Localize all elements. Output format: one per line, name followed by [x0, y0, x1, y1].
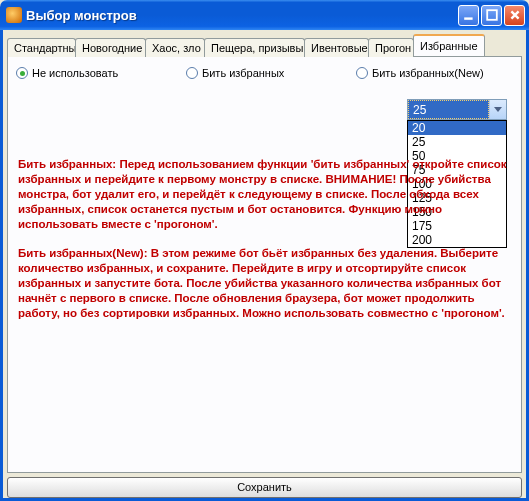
radio-label: Не использовать: [32, 67, 118, 79]
maximize-button[interactable]: [481, 5, 502, 26]
tab-standard[interactable]: Стандартные: [7, 38, 76, 57]
radio-beat-favorites-new[interactable]: Бить избранных(New): [356, 67, 484, 79]
radio-label: Бить избранных(New): [372, 67, 484, 79]
combobox-value: 25: [408, 100, 489, 119]
radio-label: Бить избранных: [202, 67, 284, 79]
radio-icon: [186, 67, 198, 79]
description-p1: Бить избранных: Перед использованием фун…: [18, 157, 511, 232]
tab-strip: Стандартные Новогодние Хаос, зло Пещера,…: [7, 34, 522, 56]
tab-page-favorites: Не использовать Бить избранных Бить избр…: [7, 56, 522, 473]
tab-chaos[interactable]: Хаос, зло: [145, 38, 205, 57]
tab-favorites[interactable]: Избранные: [413, 34, 485, 56]
tab-event[interactable]: Ивентовые: [304, 38, 369, 57]
description-text: Бить избранных: Перед использованием фун…: [18, 157, 511, 335]
save-button[interactable]: Сохранить: [7, 477, 522, 498]
radio-beat-favorites[interactable]: Бить избранных: [186, 67, 356, 79]
description-p2: Бить избранных(New): В этом режиме бот б…: [18, 246, 511, 321]
dropdown-option[interactable]: 25: [408, 135, 506, 149]
window-body: Стандартные Новогодние Хаос, зло Пещера,…: [0, 30, 529, 501]
count-combobox[interactable]: 25: [407, 99, 507, 120]
tab-newyear[interactable]: Новогодние: [75, 38, 146, 57]
tab-cave[interactable]: Пещера, призывы: [204, 38, 305, 57]
app-icon: [6, 7, 22, 23]
tab-progon[interactable]: Прогон: [368, 38, 414, 57]
dropdown-option[interactable]: 20: [408, 121, 506, 135]
chevron-down-icon[interactable]: [489, 100, 506, 119]
radio-icon: [356, 67, 368, 79]
title-bar: Выбор монстров: [0, 0, 529, 30]
radio-dont-use[interactable]: Не использовать: [16, 67, 186, 79]
window-title: Выбор монстров: [26, 8, 458, 23]
close-button[interactable]: [504, 5, 525, 26]
radio-icon: [16, 67, 28, 79]
svg-rect-0: [464, 17, 472, 19]
minimize-button[interactable]: [458, 5, 479, 26]
svg-rect-1: [487, 10, 497, 20]
